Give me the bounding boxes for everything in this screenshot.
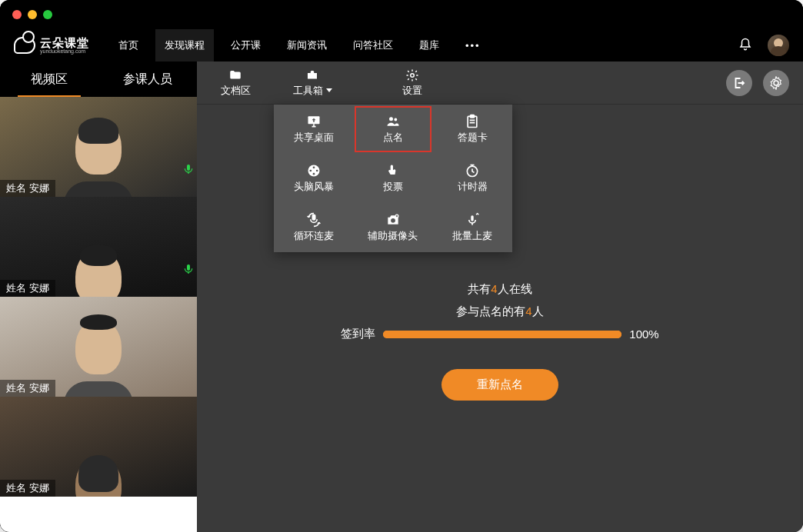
svg-point-9 xyxy=(312,167,315,169)
logo[interactable]: 云朵课堂 yunduoketang.com xyxy=(14,37,89,54)
loop-mic-icon xyxy=(305,212,322,228)
mic-on-icon xyxy=(182,263,195,275)
tool-label: 设置 xyxy=(402,84,422,98)
video-tile[interactable]: 姓名 安娜 xyxy=(0,297,197,397)
exit-icon xyxy=(732,76,746,90)
nav-more[interactable]: ••• xyxy=(456,29,490,62)
logo-subtext: yunduoketang.com xyxy=(40,48,89,54)
window-minimize-dot[interactable] xyxy=(28,10,37,19)
svg-rect-17 xyxy=(471,215,474,221)
notifications-icon[interactable] xyxy=(738,38,752,54)
tab-attendees[interactable]: 参课人员 xyxy=(98,62,197,97)
svg-point-15 xyxy=(391,218,395,223)
clock-icon xyxy=(464,163,481,178)
top-nav: 云朵课堂 yunduoketang.com 首页 发现课程 公开课 新闻资讯 问… xyxy=(0,29,803,62)
briefcase-icon xyxy=(305,68,320,82)
nav-qa-community[interactable]: 问答社区 xyxy=(344,29,402,62)
svg-point-2 xyxy=(411,73,415,77)
signin-rate-label: 签到率 xyxy=(341,327,375,341)
gear-icon xyxy=(405,68,420,82)
mic-on-icon xyxy=(182,163,195,175)
signin-rate-value: 100% xyxy=(629,328,658,341)
toolbox-batch-mic[interactable]: 批量上麦 xyxy=(433,203,512,252)
toolbox-roll-call[interactable]: 点名 xyxy=(353,105,432,154)
video-tile[interactable]: 姓名 安娜 xyxy=(0,197,197,297)
nav-question-bank[interactable]: 题库 xyxy=(410,29,448,62)
video-tile-name: 姓名 安娜 xyxy=(0,480,55,497)
sidebar-tabs: 视频区 参课人员 xyxy=(0,62,197,97)
video-list: 姓名 安娜 姓名 安娜 姓名 安娜 姓名 安娜 xyxy=(0,97,197,532)
vote-hand-icon xyxy=(385,163,402,178)
online-count-text: 共有4人在线 xyxy=(468,282,531,297)
tool-label: 工具箱 xyxy=(293,84,323,98)
video-tile-name: 姓名 安娜 xyxy=(0,380,55,397)
video-tile-name: 姓名 安娜 xyxy=(0,280,55,297)
tool-docs[interactable]: 文档区 xyxy=(197,62,274,104)
app-window: 云朵课堂 yunduoketang.com 首页 发现课程 公开课 新闻资讯 问… xyxy=(0,0,803,532)
svg-point-5 xyxy=(394,118,397,121)
signin-rate-row: 签到率 100% xyxy=(341,327,658,341)
settings-button[interactable] xyxy=(763,70,789,96)
gear-icon xyxy=(769,76,783,90)
film-reel-icon xyxy=(305,163,322,178)
caret-down-icon xyxy=(326,88,332,92)
svg-rect-7 xyxy=(471,115,475,118)
people-icon xyxy=(385,114,402,129)
video-tile[interactable]: 姓名 安娜 xyxy=(0,97,197,197)
logo-text: 云朵课堂 xyxy=(40,37,89,48)
cloud-icon xyxy=(14,37,35,54)
svg-rect-14 xyxy=(312,214,315,220)
nav-open-class[interactable]: 公开课 xyxy=(222,29,270,62)
main-area: 视频区 参课人员 姓名 安娜 姓名 安娜 姓名 安娜 xyxy=(0,62,803,532)
svg-point-11 xyxy=(315,170,318,172)
toolbox-brainstorm[interactable]: 头脑风暴 xyxy=(274,154,353,203)
nav-home[interactable]: 首页 xyxy=(109,29,148,62)
tool-settings[interactable]: 设置 xyxy=(374,62,451,104)
progress-bar xyxy=(383,331,621,338)
svg-point-10 xyxy=(309,170,312,172)
tab-video-area[interactable]: 视频区 xyxy=(0,62,98,97)
clipboard-icon xyxy=(464,114,481,129)
content-pane: 文档区 工具箱 设置 xyxy=(197,62,803,532)
mic-up-icon xyxy=(464,212,481,228)
window-titlebar xyxy=(0,0,803,29)
tool-label: 文档区 xyxy=(221,84,251,98)
sidebar: 视频区 参课人员 姓名 安娜 姓名 安娜 姓名 安娜 xyxy=(0,62,197,532)
toolbox-answer-card[interactable]: 答题卡 xyxy=(433,105,512,154)
participated-count-text: 参与点名的有4人 xyxy=(456,304,543,319)
content-toolbar: 文档区 工具箱 设置 xyxy=(197,62,803,105)
folder-icon xyxy=(228,68,243,82)
video-tile-name: 姓名 安娜 xyxy=(0,180,55,197)
svg-point-4 xyxy=(389,117,393,121)
user-avatar[interactable] xyxy=(768,35,789,56)
toolbox-share-desktop[interactable]: 共享桌面 xyxy=(274,105,353,154)
toolbox-timer[interactable]: 计时器 xyxy=(433,154,512,203)
toolbox-aux-camera[interactable]: 辅助摄像头 xyxy=(353,203,432,252)
toolbox-loop-mic[interactable]: 循环连麦 xyxy=(274,203,353,252)
svg-rect-1 xyxy=(187,264,190,271)
exit-button[interactable] xyxy=(726,70,752,96)
nav-discover-courses[interactable]: 发现课程 xyxy=(155,29,214,62)
camera-plus-icon xyxy=(385,212,402,228)
tool-toolbox[interactable]: 工具箱 xyxy=(274,62,351,104)
video-tile[interactable]: 姓名 安娜 xyxy=(0,397,197,497)
window-close-dot[interactable] xyxy=(12,10,22,19)
window-zoom-dot[interactable] xyxy=(43,10,52,19)
monitor-share-icon xyxy=(305,114,322,129)
re-rollcall-button[interactable]: 重新点名 xyxy=(441,369,558,401)
toolbox-vote[interactable]: 投票 xyxy=(353,154,432,203)
svg-rect-0 xyxy=(187,165,190,171)
toolbox-dropdown: 共享桌面 点名 答题卡 头脑风暴 投票 xyxy=(274,105,512,252)
svg-point-12 xyxy=(312,173,315,175)
nav-news[interactable]: 新闻资讯 xyxy=(278,29,336,62)
video-tile-empty xyxy=(0,497,197,532)
